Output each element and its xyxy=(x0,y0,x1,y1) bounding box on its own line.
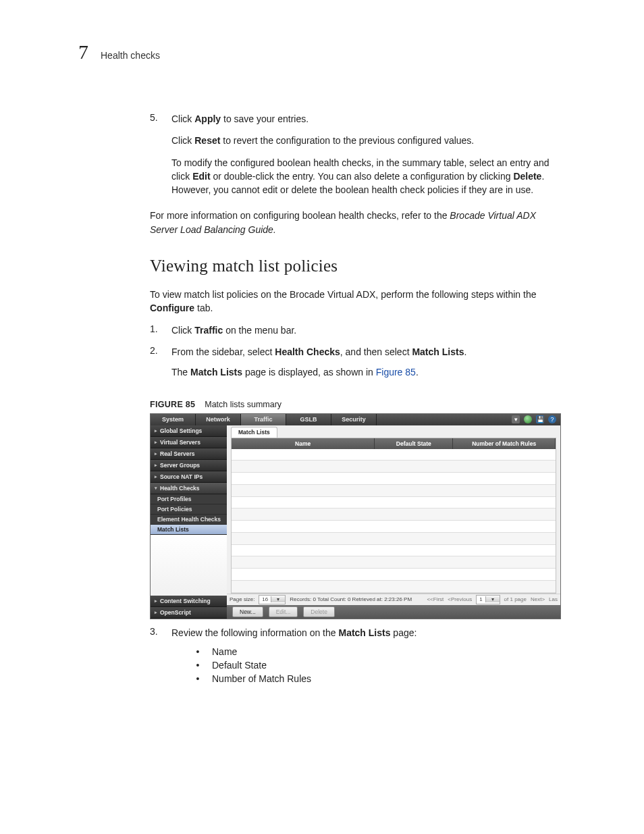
bullet-icon: • xyxy=(193,660,203,671)
text: To view match list policies on the Broca… xyxy=(150,289,536,300)
text: Review the following information on the xyxy=(171,627,338,638)
list-item-1: 1. Click Traffic on the menu bar. xyxy=(150,323,566,341)
sidebar-item-server-groups[interactable]: ▸Server Groups xyxy=(151,460,227,471)
bullet-icon: • xyxy=(193,646,203,657)
tab-network[interactable]: Network xyxy=(196,414,241,425)
sidebar-item-real-servers[interactable]: ▸Real Servers xyxy=(151,448,227,460)
chapter-number: 7 xyxy=(78,41,88,63)
text: From the sidebar, select xyxy=(171,346,275,357)
sidebar-label: Virtual Servers xyxy=(160,439,200,446)
sidebar-label: Content Switching xyxy=(160,598,211,604)
sidebar-item-virtual-servers[interactable]: ▸Virtual Servers xyxy=(151,437,227,448)
grid-row xyxy=(232,533,556,545)
list-number: 3. xyxy=(150,626,162,687)
edit-button[interactable]: Edit... xyxy=(269,606,298,617)
page-size-select[interactable]: 16▾ xyxy=(259,595,286,604)
grid-row xyxy=(232,509,556,521)
step3-line: Review the following information on the … xyxy=(171,626,566,640)
step5-reset-line: Click Reset to revert the configuration … xyxy=(171,134,566,147)
tab-traffic[interactable]: Traffic xyxy=(241,414,286,425)
sidebar-sub-element-health-checks[interactable]: Element Health Checks xyxy=(151,515,227,525)
col-header-default-state[interactable]: Default State xyxy=(375,438,453,449)
sidebar-item-open-script[interactable]: ▸OpenScript xyxy=(151,607,227,619)
chevron-right-icon: ▸ xyxy=(155,598,157,604)
grid-header-row: Name Default State Number of Match Rules xyxy=(232,438,556,449)
save-icon[interactable]: 💾 xyxy=(536,415,544,423)
pager-last[interactable]: Las xyxy=(549,596,558,602)
pager-first[interactable]: <<First xyxy=(427,596,444,602)
text: on the menu bar. xyxy=(223,325,296,336)
delete-button[interactable]: Delete xyxy=(303,606,335,617)
chevron-right-icon: ▸ xyxy=(155,440,157,445)
chevron-right-icon: ▸ xyxy=(155,451,157,457)
sidebar-sub-port-policies[interactable]: Port Policies xyxy=(151,504,227,515)
match-lists-keyword: Match Lists xyxy=(412,346,464,357)
text: page is displayed, as shown in xyxy=(242,367,376,377)
text: , and then select xyxy=(340,346,412,357)
edit-keyword: Edit xyxy=(192,171,210,182)
new-button[interactable]: New... xyxy=(232,606,263,617)
apply-keyword: Apply xyxy=(194,113,221,124)
sidebar-fill xyxy=(151,535,227,596)
help-icon[interactable]: ? xyxy=(548,415,556,423)
page-size-value: 16 xyxy=(259,596,271,602)
configure-keyword: Configure xyxy=(150,303,194,313)
refresh-icon[interactable] xyxy=(524,415,532,423)
tab-system[interactable]: System xyxy=(151,414,196,425)
document-page: 7 Health checks 5. Click Apply to save y… xyxy=(0,0,644,834)
page-header: 7 Health checks xyxy=(78,41,566,63)
breadcrumb-tab[interactable]: Match Lists xyxy=(231,427,277,438)
page-number-value: 1 xyxy=(477,596,485,602)
col-header-num-match-rules[interactable]: Number of Match Rules xyxy=(453,438,556,449)
match-lists-keyword: Match Lists xyxy=(338,627,390,638)
sidebar-item-source-nat-ips[interactable]: ▸Source NAT IPs xyxy=(151,471,227,483)
section-heading: Viewing match list policies xyxy=(150,257,566,276)
step2-line: From the sidebar, select Health Checks, … xyxy=(171,345,566,359)
list-number: 2. xyxy=(150,345,162,388)
filter-icon[interactable]: ▾ xyxy=(512,415,520,423)
grid-row xyxy=(232,485,556,497)
sidebar-label: Source NAT IPs xyxy=(160,473,203,480)
list-number: 5. xyxy=(150,112,162,205)
grid-row xyxy=(232,449,556,461)
chevron-right-icon: ▸ xyxy=(155,428,157,434)
chevron-down-icon: ▾ xyxy=(155,486,157,491)
sidebar-sub-match-lists[interactable]: Match Lists xyxy=(151,525,227,535)
pager-next[interactable]: Next> xyxy=(531,596,545,602)
sidebar-sub-port-profiles[interactable]: Port Profiles xyxy=(151,494,227,504)
top-right-icons: ▾ 💾 ? xyxy=(512,414,560,425)
pager-prev[interactable]: <Previous xyxy=(448,596,472,602)
sidebar-item-content-switching[interactable]: ▸Content Switching xyxy=(151,596,227,607)
text: to save your entries. xyxy=(221,113,308,124)
sidebar-item-global-settings[interactable]: ▸Global Settings xyxy=(151,425,227,437)
bullet-text: Default State xyxy=(212,660,267,671)
col-header-name[interactable]: Name xyxy=(232,438,375,449)
app-main-area: Match Lists Name Default State Number of… xyxy=(227,425,560,619)
text: Click xyxy=(171,325,194,336)
grid-row xyxy=(232,521,556,533)
chevron-down-icon: ▾ xyxy=(485,596,500,602)
sidebar-label: OpenScript xyxy=(160,609,191,616)
grid-row xyxy=(232,556,556,569)
page-number-select[interactable]: 1▾ xyxy=(476,595,500,604)
pager-bar: Page size: 16▾ Records: 0 Total Count: 0… xyxy=(227,594,560,605)
app-top-tabs: System Network Traffic GSLB Security ▾ 💾… xyxy=(151,414,560,425)
sidebar-item-health-checks[interactable]: ▾Health Checks xyxy=(151,483,227,494)
list-item-3: 3. Review the following information on t… xyxy=(150,626,566,687)
text: Click xyxy=(171,113,194,124)
delete-keyword: Delete xyxy=(513,171,541,182)
tab-security[interactable]: Security xyxy=(331,414,377,425)
sidebar-label: Real Servers xyxy=(160,450,195,457)
figure-link[interactable]: Figure 85 xyxy=(376,367,416,377)
breadcrumb-bar: Match Lists xyxy=(227,425,560,438)
chevron-right-icon: ▸ xyxy=(155,474,157,479)
tab-gslb[interactable]: GSLB xyxy=(286,414,331,425)
sidebar-label: Global Settings xyxy=(160,427,202,434)
match-lists-keyword: Match Lists xyxy=(190,367,242,377)
grid-row xyxy=(232,545,556,557)
footer-button-bar: New... Edit... Delete xyxy=(227,605,560,619)
grid-body xyxy=(232,449,556,593)
text: page: xyxy=(390,627,417,638)
pager-status: Records: 0 Total Count: 0 Retrieved at: … xyxy=(290,596,412,602)
bullet-item: •Default State xyxy=(193,660,566,671)
